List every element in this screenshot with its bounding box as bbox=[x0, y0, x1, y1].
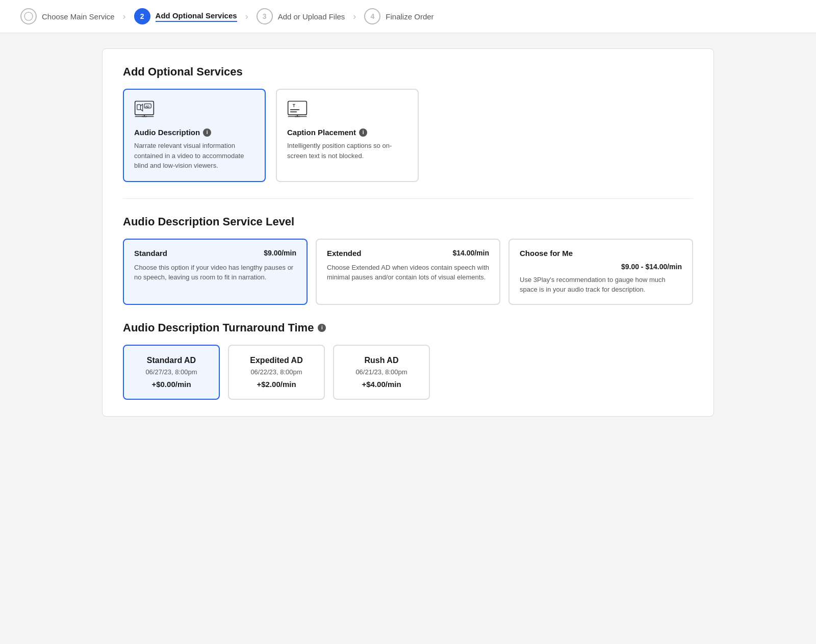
turnaround-standard-name: Standard AD bbox=[136, 356, 207, 365]
turnaround-rush-name: Rush AD bbox=[346, 356, 417, 365]
turnaround-card-rush-ad[interactable]: Rush AD 06/21/23, 8:00pm +$4.00/min bbox=[333, 345, 430, 400]
turnaround-cards-row: Standard AD 06/27/23, 8:00pm +$0.00/min … bbox=[123, 345, 693, 400]
turnaround-standard-date: 06/27/23, 8:00pm bbox=[136, 368, 207, 376]
section1-title: Add Optional Services bbox=[123, 65, 693, 79]
step-label-1: Choose Main Service bbox=[42, 12, 115, 21]
service-card-audio-description[interactable]: AD Audio Description i Narrate relevant … bbox=[123, 89, 266, 182]
audio-description-title: Audio Description i bbox=[134, 128, 254, 137]
caption-placement-info-icon[interactable]: i bbox=[359, 128, 367, 137]
step-add-optional[interactable]: 2 Add Optional Services bbox=[134, 8, 237, 24]
stepper: Choose Main Service › 2 Add Optional Ser… bbox=[0, 0, 816, 33]
caption-placement-icon: T bbox=[287, 100, 407, 122]
svg-text:T: T bbox=[293, 103, 295, 108]
step-circle-4: 4 bbox=[364, 8, 380, 24]
step-circle-3: 3 bbox=[257, 8, 273, 24]
step-circle-1 bbox=[20, 8, 37, 24]
section3-title: Audio Description Turnaround Time i bbox=[123, 321, 693, 334]
step-label-3: Add or Upload Files bbox=[278, 12, 345, 21]
arrow-1: › bbox=[123, 11, 126, 22]
main-content: Add Optional Services AD Audi bbox=[102, 48, 714, 417]
svg-rect-8 bbox=[288, 101, 307, 115]
turnaround-card-expedited-ad[interactable]: Expedited AD 06/22/23, 8:00pm +$2.00/min bbox=[228, 345, 325, 400]
level-cards-row: Standard $9.00/min Choose this option if… bbox=[123, 239, 693, 305]
level-card-extended[interactable]: Extended $14.00/min Choose Extended AD w… bbox=[316, 239, 500, 305]
turnaround-expedited-name: Expedited AD bbox=[241, 356, 312, 365]
service-cards-row: AD Audio Description i Narrate relevant … bbox=[123, 89, 693, 182]
level-card-standard[interactable]: Standard $9.00/min Choose this option if… bbox=[123, 239, 308, 305]
step-choose-main[interactable]: Choose Main Service bbox=[20, 8, 115, 24]
level-card-standard-desc: Choose this option if your video has len… bbox=[134, 263, 296, 282]
level-card-extended-header: Extended $14.00/min bbox=[327, 249, 489, 257]
svg-point-0 bbox=[24, 12, 33, 20]
turnaround-rush-price: +$4.00/min bbox=[346, 380, 417, 389]
svg-rect-5 bbox=[137, 105, 141, 110]
section2-title: Audio Description Service Level bbox=[123, 215, 693, 228]
level-card-choose-for-me[interactable]: Choose for Me $9.00 - $14.00/min Use 3Pl… bbox=[508, 239, 693, 305]
audio-description-info-icon[interactable]: i bbox=[203, 128, 211, 137]
svg-text:AD: AD bbox=[145, 105, 149, 108]
step-label-2: Add Optional Services bbox=[156, 11, 237, 22]
level-card-standard-header: Standard $9.00/min bbox=[134, 249, 296, 257]
level-card-choose-desc: Use 3Play's recommendation to gauge how … bbox=[520, 275, 682, 295]
caption-placement-desc: Intelligently position captions so on-sc… bbox=[287, 141, 407, 161]
caption-placement-title: Caption Placement i bbox=[287, 128, 407, 137]
level-card-choose-name: Choose for Me bbox=[520, 249, 573, 257]
arrow-3: › bbox=[353, 11, 356, 22]
level-card-extended-name: Extended bbox=[327, 249, 362, 257]
turnaround-rush-date: 06/21/23, 8:00pm bbox=[346, 368, 417, 376]
level-card-extended-price: $14.00/min bbox=[452, 249, 489, 257]
turnaround-expedited-price: +$2.00/min bbox=[241, 380, 312, 389]
audio-description-icon: AD bbox=[134, 100, 254, 122]
level-card-choose-price: $9.00 - $14.00/min bbox=[520, 263, 682, 271]
audio-description-desc: Narrate relevant visual information cont… bbox=[134, 141, 254, 171]
level-card-standard-price: $9.00/min bbox=[264, 249, 296, 257]
step-circle-2: 2 bbox=[134, 8, 150, 24]
divider-1 bbox=[123, 198, 693, 199]
level-card-choose-header: Choose for Me bbox=[520, 249, 682, 257]
step-add-upload[interactable]: 3 Add or Upload Files bbox=[257, 8, 345, 24]
service-card-caption-placement[interactable]: T Caption Placement i Intelligently posi… bbox=[276, 89, 419, 182]
level-card-extended-desc: Choose Extended AD when videos contain s… bbox=[327, 263, 489, 282]
arrow-2: › bbox=[245, 11, 248, 22]
turnaround-card-standard-ad[interactable]: Standard AD 06/27/23, 8:00pm +$0.00/min bbox=[123, 345, 220, 400]
level-card-standard-name: Standard bbox=[134, 249, 167, 257]
turnaround-standard-price: +$0.00/min bbox=[136, 380, 207, 389]
step-finalize[interactable]: 4 Finalize Order bbox=[364, 8, 434, 24]
step-label-4: Finalize Order bbox=[386, 12, 434, 21]
turnaround-expedited-date: 06/22/23, 8:00pm bbox=[241, 368, 312, 376]
turnaround-info-icon[interactable]: i bbox=[318, 324, 326, 332]
